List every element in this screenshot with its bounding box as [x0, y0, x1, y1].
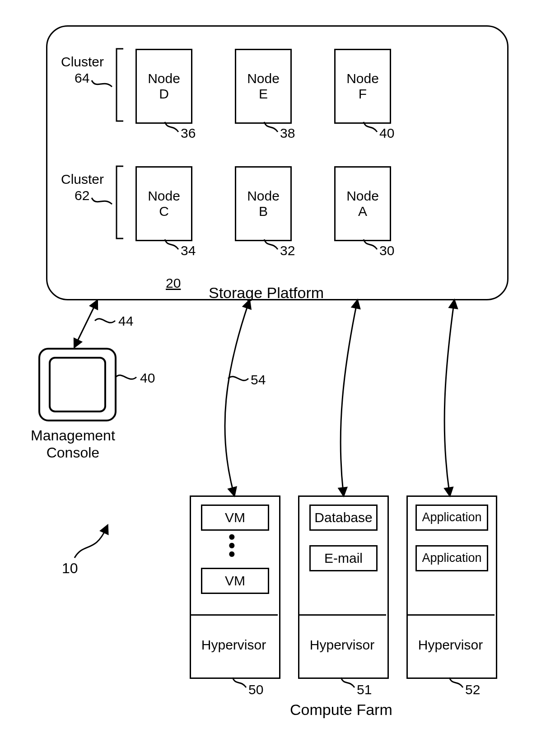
- server-50-ellipsis: •••: [229, 533, 235, 559]
- node-c: Node C: [135, 166, 192, 241]
- server-51-hypervisor: Hypervisor: [298, 614, 386, 676]
- node-d-ref: 36: [181, 126, 196, 141]
- server-52-hypervisor: Hypervisor: [406, 614, 495, 676]
- management-console-label: Management Console: [31, 427, 115, 462]
- cluster-62-name: Cluster: [61, 172, 104, 187]
- management-console-link-ref: 44: [118, 313, 133, 329]
- storage-platform-label: Storage Platform: [209, 284, 324, 302]
- node-f-ref: 40: [379, 126, 394, 141]
- management-console-screen: [49, 357, 106, 412]
- node-e: Node E: [235, 49, 292, 124]
- management-console-ref: 40: [140, 370, 155, 386]
- server-52-ref: 52: [465, 682, 480, 697]
- diagram-number: 10: [62, 560, 78, 577]
- server-50-hypervisor: Hypervisor: [190, 614, 278, 676]
- node-a: Node A: [334, 166, 391, 241]
- cluster-64-name: Cluster: [61, 54, 104, 70]
- server-52-app1: Application: [415, 505, 488, 531]
- server-50-vm-bottom: VM: [201, 568, 269, 594]
- node-c-ref: 34: [181, 243, 196, 258]
- node-b: Node B: [235, 166, 292, 241]
- node-b-ref: 32: [280, 243, 295, 258]
- server-51-database: Database: [309, 505, 378, 531]
- node-f: Node F: [334, 49, 391, 124]
- cluster-62-id: 62: [75, 188, 89, 203]
- node-e-ref: 38: [280, 126, 295, 141]
- server-51-ref: 51: [357, 682, 372, 697]
- compute-link-ref: 54: [251, 372, 266, 388]
- compute-farm-label: Compute Farm: [290, 701, 392, 719]
- server-50-ref: 50: [248, 682, 263, 697]
- storage-platform-id: 20: [166, 276, 181, 291]
- cluster-64-id: 64: [75, 70, 89, 86]
- server-52-app2: Application: [415, 545, 488, 571]
- node-d: Node D: [135, 49, 192, 124]
- node-a-ref: 30: [379, 243, 394, 258]
- server-51-email: E-mail: [309, 545, 378, 571]
